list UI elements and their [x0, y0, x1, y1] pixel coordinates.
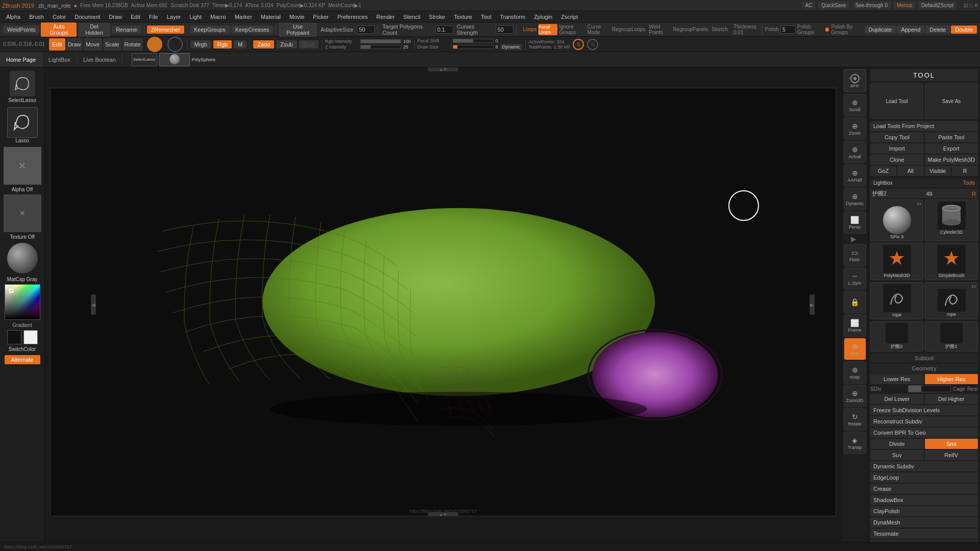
rotate-vc-btn[interactable]: ↻ Rotate	[844, 408, 866, 431]
draw-btn[interactable]: Draw	[66, 38, 83, 51]
save-as-btn[interactable]: Save As	[925, 83, 978, 119]
del-higher-btn[interactable]: Del Higher	[925, 394, 978, 404]
menu-light[interactable]: Light	[185, 13, 206, 21]
left-panel-toggle[interactable]: ◀	[91, 294, 96, 315]
menu-zscript[interactable]: Zscript	[557, 13, 582, 21]
color-picker[interactable]	[5, 284, 40, 320]
lsym-btn[interactable]: ↔ L.Sym	[844, 267, 866, 290]
menu-macro[interactable]: Macro	[206, 13, 230, 21]
del-lower-btn[interactable]: Del Lower	[870, 394, 924, 404]
bpr-btn[interactable]: BPR	[844, 69, 866, 92]
curves-strength-input[interactable]	[496, 26, 513, 34]
menus-button[interactable]: Menus	[894, 2, 915, 9]
dynamic-btn[interactable]: Dynamic	[500, 44, 522, 50]
persp-arrow[interactable]: ▶	[851, 235, 859, 243]
canvas-area[interactable]: ▲▼	[45, 67, 841, 542]
reliv-btn[interactable]: RelIV	[925, 450, 978, 460]
export-btn[interactable]: Export	[925, 143, 978, 154]
suv-btn[interactable]: Suv	[870, 450, 924, 460]
right-panel-toggle[interactable]: ▶	[810, 294, 815, 315]
tools-label[interactable]: Tools	[963, 180, 975, 186]
delete-btn[interactable]: Delete	[925, 26, 950, 34]
menu-document[interactable]: Document	[70, 13, 104, 21]
actual-btn[interactable]: ⊕ Actual	[844, 141, 866, 163]
menu-preferences[interactable]: Preferences	[333, 13, 372, 21]
convert-bpr-btn[interactable]: Convert BPR To Geo	[870, 428, 978, 438]
tessimate-btn[interactable]: Tessimate	[870, 529, 978, 539]
scroll-btn[interactable]: ⊕ Scroll	[844, 94, 866, 116]
select-lasso-thumb[interactable]: SelectLasso	[132, 53, 157, 66]
adaptive-size-input[interactable]	[357, 26, 375, 34]
menu-stroke[interactable]: Stroke	[425, 13, 449, 21]
freeze-subdiv-btn[interactable]: Freeze SubDivision Levels	[870, 405, 978, 415]
alpha-off-box[interactable]: ✕	[4, 147, 41, 185]
claypolish-btn[interactable]: ClayPolish	[870, 506, 978, 516]
frame-btn[interactable]: ⬜ Frame	[844, 314, 866, 337]
z-intensity-slider[interactable]	[360, 45, 401, 49]
hujuan2a-tool[interactable]: 护圈2	[870, 321, 923, 352]
zremesher-btn[interactable]: ZRemesher	[147, 26, 184, 34]
zadd-btn[interactable]: Zadd	[253, 40, 274, 48]
transp-btn[interactable]: ◈ Transp	[844, 432, 866, 454]
menu-stencil[interactable]: Stencil	[399, 13, 424, 21]
duplicate-btn[interactable]: Duplicate	[865, 26, 896, 34]
see-through-button[interactable]: See-through 0	[852, 2, 891, 9]
r-btn[interactable]: R	[952, 166, 978, 176]
rename-btn[interactable]: Rename	[112, 26, 141, 34]
dynamic-subdiv-btn[interactable]: Dynamic Subdiv	[870, 461, 978, 471]
del-hidden-btn[interactable]: Del Hidden	[78, 22, 110, 37]
polish-value-input[interactable]	[780, 26, 796, 34]
bottom-divider-handle[interactable]: ▲▼	[428, 512, 458, 516]
s-circle-btn[interactable]: S	[573, 39, 584, 50]
brush-circle2[interactable]	[167, 37, 183, 52]
tab-live-boolean[interactable]: Live Boolean	[77, 52, 122, 67]
swatch-white[interactable]	[23, 330, 38, 344]
persp-btn[interactable]: ⬜ Persp	[844, 211, 866, 234]
panel-loops-btn[interactable]: Panel Loops	[538, 24, 558, 35]
r-indicator[interactable]: R	[972, 191, 976, 197]
quicksave-button[interactable]: QuickSave	[818, 2, 849, 9]
zoom-btn[interactable]: ⊕ Zoom	[844, 117, 866, 140]
copy-tool-btn[interactable]: Copy Tool	[870, 132, 924, 142]
move-btn[interactable]: Move	[84, 38, 102, 51]
canvas-inner[interactable]: https://blog.csdn.net/u010392757	[50, 88, 836, 516]
scale-btn[interactable]: Scale	[103, 38, 121, 51]
make-polymesh3d-btn[interactable]: Make PolyMesh3D	[925, 155, 978, 165]
polysphere-tab-thumb[interactable]	[159, 53, 190, 66]
rope1-tool[interactable]: rope	[870, 282, 923, 319]
double-btn[interactable]: Double	[951, 26, 977, 34]
tab-lightbox[interactable]: LightBox	[42, 52, 77, 67]
select-lasso-tool[interactable]: SelectLasso	[2, 69, 43, 105]
load-tools-from-project-btn[interactable]: Load Tools From Project	[870, 121, 978, 131]
rgb-btn[interactable]: Rgb	[213, 40, 232, 48]
menu-layer[interactable]: Layer	[163, 13, 185, 21]
zcur-btn[interactable]: Zcur	[299, 40, 318, 48]
default-script-button[interactable]: DefaultZScript	[918, 2, 957, 9]
polymesh3d-tool[interactable]: PolyMesh3D	[870, 243, 923, 280]
keep-creases-btn[interactable]: KeepCreases	[231, 26, 274, 34]
higher-res-btn[interactable]: Higher Res	[925, 374, 978, 384]
menu-brush[interactable]: Brush	[25, 13, 48, 21]
rotate-btn[interactable]: Rotate	[122, 38, 143, 51]
menu-zplugin[interactable]: Zplugin	[530, 13, 556, 21]
spix3-tool[interactable]: 13 SPix 3	[870, 199, 923, 241]
target-polygons-input[interactable]	[435, 26, 453, 34]
zsub-btn[interactable]: Zsub	[276, 40, 297, 48]
edgeloop-btn[interactable]: EdgeLoop	[870, 472, 978, 483]
s2-circle-btn[interactable]: S	[587, 39, 598, 50]
floor-btn[interactable]: ▭ Floor	[844, 244, 866, 266]
cylinder3d-tool[interactable]: Cylinder3D	[925, 199, 978, 241]
rope2-tool[interactable]: 13 rope	[925, 282, 978, 319]
menu-transform[interactable]: Transform	[496, 13, 529, 21]
snap-btn[interactable]: ⊕ snap	[844, 361, 866, 384]
top-divider-handle[interactable]: ▲▼	[428, 67, 458, 71]
hujuan2b-tool[interactable]: 护圈2	[925, 321, 978, 352]
divide-btn[interactable]: Divide	[870, 439, 924, 449]
auto-groups-btn[interactable]: Auto Groups	[41, 22, 77, 37]
focal-shift-slider[interactable]	[453, 39, 494, 43]
aahalf-btn[interactable]: ⊕ AAHalf	[844, 164, 866, 187]
menu-alpha[interactable]: Alpha	[2, 13, 24, 21]
simplebrush-tool[interactable]: SimpleBrush	[925, 243, 978, 280]
shadowbox-btn[interactable]: ShadowBox	[870, 495, 978, 505]
rgb-intensity-slider[interactable]	[360, 39, 401, 43]
